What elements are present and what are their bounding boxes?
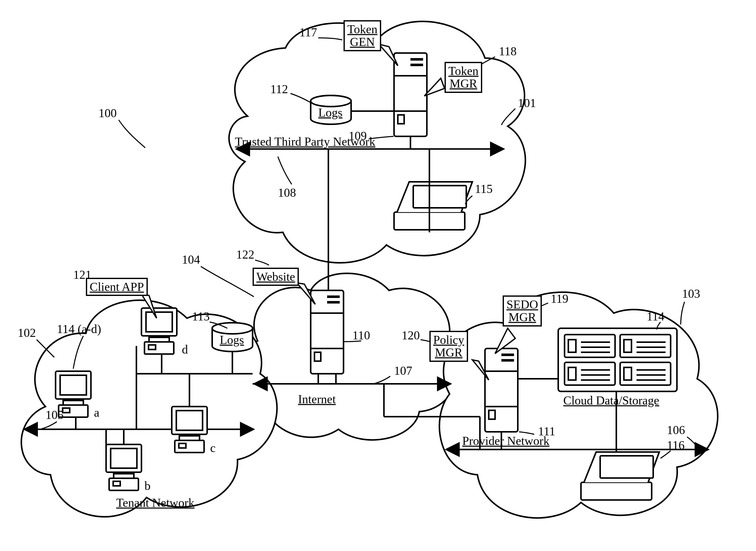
- label-cloud-storage: Cloud Data/Storage: [563, 394, 659, 407]
- svg-rect-39: [111, 449, 137, 468]
- svg-rect-77: [568, 368, 576, 380]
- svg-rect-51: [146, 312, 172, 332]
- token-mgr-l1: Token: [448, 65, 478, 77]
- server-109: [394, 53, 427, 149]
- ref-121: 121: [73, 268, 91, 282]
- box-policy-mgr: Policy MGR: [429, 331, 468, 362]
- label-provider-network: Provider Network: [462, 434, 549, 448]
- svg-rect-1: [410, 58, 423, 61]
- ref-105: 105: [45, 408, 64, 422]
- token-gen-l1: Token: [347, 23, 377, 36]
- svg-rect-5: [398, 115, 404, 124]
- ref-111: 111: [538, 424, 555, 438]
- ref-107: 107: [394, 364, 412, 378]
- ref-122: 122: [236, 247, 254, 261]
- ref-119: 119: [550, 292, 568, 306]
- ref-104: 104: [182, 252, 200, 266]
- box-client-app: Client APP: [86, 278, 148, 296]
- svg-rect-63: [489, 410, 495, 419]
- ref-120: 120: [402, 328, 420, 342]
- ref-116: 116: [667, 438, 685, 452]
- server-110: [311, 291, 344, 374]
- ws-label-c: c: [210, 441, 216, 455]
- label-internet: Internet: [298, 393, 336, 406]
- label-logs-ttp: Logs: [318, 106, 343, 119]
- ref-102: 102: [18, 326, 36, 340]
- svg-rect-42: [113, 481, 120, 486]
- ref-112: 112: [270, 82, 288, 96]
- ws-label-a: a: [94, 406, 99, 420]
- svg-rect-72: [624, 340, 632, 352]
- ref-106: 106: [667, 423, 685, 437]
- leader-103: [681, 302, 685, 325]
- box-token-gen: Token GEN: [344, 20, 381, 51]
- ref-118: 118: [499, 44, 516, 58]
- svg-rect-20: [315, 352, 321, 361]
- svg-rect-33: [60, 375, 86, 395]
- ref-109: 109: [349, 129, 367, 143]
- svg-rect-89: [600, 456, 653, 478]
- svg-point-7: [311, 95, 351, 106]
- sedo-mgr-l1: SEDO: [506, 298, 538, 311]
- token-mgr-l2: MGR: [448, 77, 478, 90]
- ws-label-d: d: [182, 343, 188, 356]
- ref-108: 108: [278, 185, 296, 199]
- ws-label-b: b: [144, 479, 150, 493]
- label-logs-tenant: Logs: [220, 333, 244, 347]
- svg-rect-54: [148, 345, 155, 350]
- label-tenant-network: Tenant Network: [116, 496, 195, 510]
- ref-113: 113: [192, 309, 210, 323]
- website-label: Website: [256, 270, 295, 283]
- ref-100: 100: [98, 106, 117, 120]
- svg-rect-2: [410, 64, 423, 66]
- svg-rect-16: [327, 296, 340, 298]
- client-app-label: Client APP: [90, 281, 144, 293]
- ref-101: 101: [518, 96, 536, 110]
- svg-rect-60: [501, 359, 514, 362]
- ref-114ad: 114 (a-d): [57, 322, 101, 336]
- sedo-mgr-l2: MGR: [506, 311, 538, 324]
- svg-rect-88: [581, 482, 652, 500]
- svg-rect-10: [413, 185, 466, 208]
- ref-114: 114: [647, 309, 664, 323]
- svg-rect-17: [327, 301, 340, 304]
- ref-115: 115: [475, 182, 492, 196]
- leader-104: [201, 266, 254, 297]
- token-gen-l2: GEN: [347, 36, 377, 48]
- leader-122: [255, 260, 269, 265]
- svg-rect-82: [624, 368, 632, 380]
- workstation-c: [172, 407, 207, 453]
- box-token-mgr: Token MGR: [444, 62, 482, 93]
- ref-103: 103: [682, 287, 700, 301]
- leader-100: [119, 120, 145, 148]
- ref-110: 110: [352, 328, 370, 342]
- svg-rect-36: [63, 408, 70, 413]
- svg-rect-67: [568, 340, 576, 352]
- box-sedo-mgr: SEDO MGR: [503, 296, 542, 327]
- svg-rect-49: [179, 443, 186, 448]
- policy-mgr-l2: MGR: [433, 346, 464, 359]
- box-website: Website: [253, 268, 299, 286]
- ref-117: 117: [299, 25, 317, 39]
- svg-rect-59: [501, 354, 514, 356]
- policy-mgr-l1: Policy: [433, 334, 464, 346]
- svg-rect-46: [176, 411, 203, 430]
